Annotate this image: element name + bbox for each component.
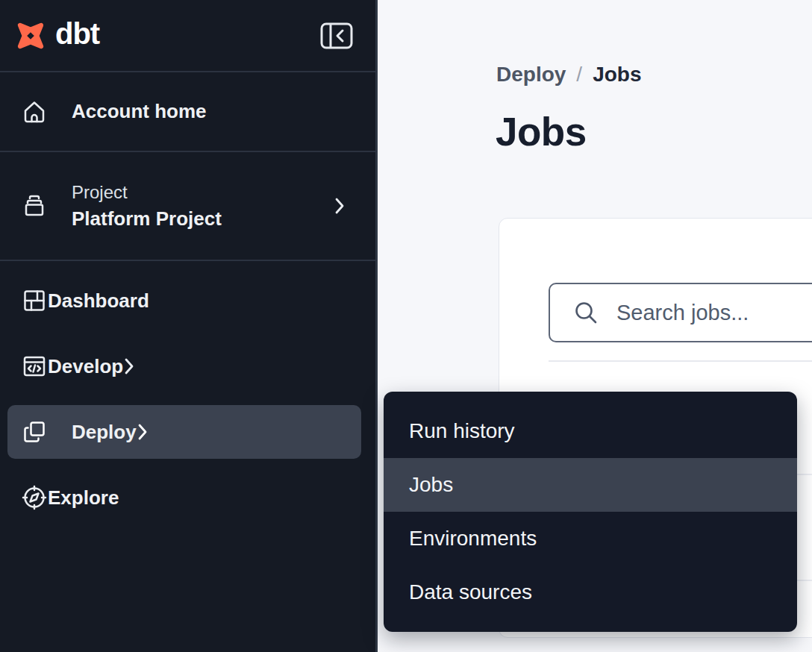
explore-icon — [21, 484, 48, 511]
sidebar-header: dbt — [0, 0, 375, 71]
sidebar: dbt Account home — [0, 0, 378, 652]
sidebar-item-label: Explore — [48, 486, 119, 510]
sidebar-item-explore[interactable]: Explore — [0, 465, 375, 530]
deploy-active-highlight[interactable]: Deploy — [7, 405, 361, 459]
search-icon — [573, 300, 599, 325]
search-box[interactable] — [549, 283, 812, 342]
sidebar-item-project[interactable]: Project Platform Project — [0, 152, 375, 260]
divider — [549, 360, 812, 362]
sidebar-nav: Dashboard Develop — [0, 261, 375, 530]
menu-item-run-history[interactable]: Run history — [384, 404, 797, 458]
sidebar-item-account-home[interactable]: Account home — [0, 72, 375, 151]
search-input[interactable] — [616, 284, 812, 341]
breadcrumb-separator: / — [576, 63, 582, 87]
chevron-right-icon — [123, 356, 135, 377]
sidebar-item-deploy[interactable]: Deploy — [0, 399, 375, 465]
collapse-sidebar-icon[interactable] — [320, 21, 353, 51]
breadcrumb-current: Jobs — [593, 63, 641, 87]
develop-icon — [21, 353, 48, 380]
page-title: Jobs — [496, 109, 587, 154]
project-name: Platform Project — [72, 207, 222, 231]
deploy-icon — [21, 419, 48, 445]
sidebar-item-label: Deploy — [72, 421, 137, 444]
chevron-right-icon — [137, 421, 149, 442]
sidebar-item-label: Develop — [48, 355, 123, 378]
sidebar-item-dashboard[interactable]: Dashboard — [0, 268, 375, 333]
project-icon — [21, 192, 48, 219]
dashboard-icon — [21, 287, 48, 314]
project-kicker: Project — [72, 182, 222, 203]
menu-item-jobs[interactable]: Jobs — [384, 458, 797, 512]
menu-item-data-sources[interactable]: Data sources — [384, 565, 797, 619]
deploy-flyout-menu: Run history Jobs Environments Data sourc… — [384, 392, 797, 632]
chevron-right-icon — [334, 195, 346, 216]
brand-name: dbt — [55, 17, 99, 51]
sidebar-item-develop[interactable]: Develop — [0, 333, 375, 399]
menu-item-environments[interactable]: Environments — [384, 512, 797, 565]
breadcrumb-deploy-link[interactable]: Deploy — [496, 63, 566, 87]
sidebar-item-label: Account home — [72, 100, 207, 123]
home-icon — [21, 98, 48, 125]
sidebar-item-label: Dashboard — [48, 289, 149, 313]
dbt-logo-icon — [13, 19, 48, 53]
breadcrumb: Deploy / Jobs — [496, 63, 642, 87]
